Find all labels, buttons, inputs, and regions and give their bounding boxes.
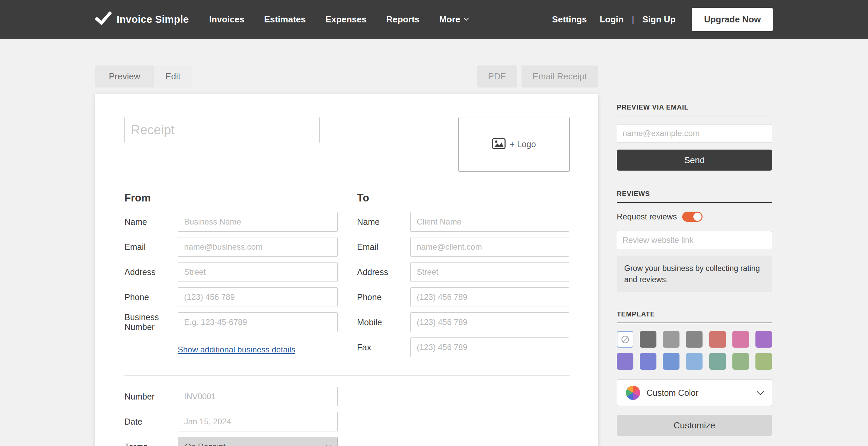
form-row: Email	[357, 237, 569, 257]
brand[interactable]: Invoice Simple	[95, 12, 189, 27]
nav-estimates[interactable]: Estimates	[264, 14, 306, 25]
terms-select[interactable]: On Receipt	[178, 437, 338, 446]
client-address-input[interactable]	[410, 262, 569, 282]
field-label: Address	[357, 267, 410, 277]
show-additional-details-link[interactable]: Show additional business details	[178, 345, 295, 354]
customize-button[interactable]: Customize	[617, 415, 772, 436]
form-row: Terms On Receipt	[124, 437, 570, 446]
editor-toolbar: Preview Edit PDF Email Receipt	[95, 65, 598, 88]
from-section: From Name Email Address Phone	[124, 192, 338, 363]
field-label: Phone	[357, 292, 410, 302]
preview-email-input[interactable]	[617, 124, 772, 142]
nav-more[interactable]: More	[439, 14, 468, 25]
client-phone-input[interactable]	[410, 287, 569, 307]
preview-via-email-heading: PREVIEW VIA EMAIL	[617, 103, 772, 116]
template-swatch[interactable]	[732, 353, 749, 370]
request-reviews-label: Request reviews	[617, 212, 677, 221]
template-swatch[interactable]	[732, 331, 749, 348]
nav-login[interactable]: Login	[600, 14, 624, 25]
field-label: Business Number	[124, 312, 178, 332]
field-label: Number	[124, 392, 178, 402]
field-label: Terms	[124, 442, 178, 446]
navbar: Invoice Simple Invoices Estimates Expens…	[0, 0, 868, 39]
reviews-heading: REVIEWS	[617, 190, 772, 203]
document-title-input[interactable]	[124, 117, 320, 143]
form-row: Phone	[357, 287, 569, 307]
image-icon	[492, 138, 506, 151]
business-address-input[interactable]	[178, 262, 338, 282]
template-swatch[interactable]	[640, 331, 656, 348]
template-swatch[interactable]	[663, 353, 679, 370]
brand-name: Invoice Simple	[117, 14, 189, 25]
request-reviews-toggle[interactable]	[682, 212, 703, 222]
reviews-section: REVIEWS Request reviews Grow your busine…	[617, 190, 772, 292]
toolbar-actions: PDF Email Receipt	[477, 65, 598, 88]
template-swatch-row-2	[617, 353, 772, 370]
nav-invoices[interactable]: Invoices	[209, 14, 244, 25]
template-swatch[interactable]	[686, 331, 703, 348]
client-mobile-input[interactable]	[410, 312, 569, 332]
add-logo-button[interactable]: + Logo	[458, 117, 570, 172]
nav-expenses[interactable]: Expenses	[326, 14, 367, 25]
form-row: Number	[124, 387, 570, 406]
nav-signup[interactable]: Sign Up	[642, 14, 675, 25]
client-name-input[interactable]	[410, 212, 569, 232]
template-swatch[interactable]	[686, 353, 703, 370]
from-heading: From	[124, 192, 338, 205]
pdf-button[interactable]: PDF	[477, 65, 517, 88]
business-number-input[interactable]	[178, 312, 338, 332]
field-label: Email	[124, 242, 178, 252]
brand-check-icon	[95, 12, 112, 27]
template-swatch[interactable]	[755, 331, 772, 348]
template-section: TEMPLATE	[617, 310, 772, 436]
add-logo-label: + Logo	[510, 139, 536, 149]
template-swatch[interactable]	[709, 353, 726, 370]
send-button[interactable]: Send	[617, 150, 772, 171]
reviews-info-box: Grow your business by collecting rating …	[617, 256, 772, 292]
client-fax-input[interactable]	[410, 337, 569, 357]
editor-column: Preview Edit PDF Email Receipt + Logo	[95, 65, 598, 446]
review-website-link-input[interactable]	[617, 231, 772, 249]
preview-edit-tabs: Preview Edit	[95, 65, 192, 88]
toggle-knob	[693, 213, 702, 221]
email-receipt-button[interactable]: Email Receipt	[521, 65, 598, 88]
right-sidebar: PREVIEW VIA EMAIL Send REVIEWS Request r…	[617, 65, 772, 436]
upgrade-now-button[interactable]: Upgrade Now	[692, 8, 773, 31]
tab-preview[interactable]: Preview	[95, 65, 154, 88]
field-label: Name	[357, 217, 410, 227]
custom-color-dropdown[interactable]: Custom Color	[617, 380, 772, 406]
business-name-input[interactable]	[178, 212, 338, 232]
form-row: Email	[124, 237, 338, 257]
to-section: To Name Email Address Phone	[357, 192, 569, 363]
to-heading: To	[357, 192, 569, 205]
form-row: Address	[357, 262, 569, 282]
template-heading: TEMPLATE	[617, 310, 772, 323]
invoice-date-input[interactable]	[178, 412, 338, 431]
chevron-down-icon	[326, 443, 332, 446]
template-swatch[interactable]	[640, 353, 656, 370]
invoice-number-input[interactable]	[178, 387, 338, 406]
business-phone-input[interactable]	[178, 287, 338, 307]
tab-edit[interactable]: Edit	[154, 65, 192, 88]
color-wheel-icon	[626, 386, 640, 400]
form-row: Address	[124, 262, 338, 282]
template-swatch[interactable]	[663, 331, 679, 348]
form-row: Name	[357, 212, 569, 232]
request-reviews-row: Request reviews	[617, 212, 772, 222]
chevron-down-icon	[757, 388, 764, 395]
field-label: Fax	[357, 343, 410, 352]
nav-reports[interactable]: Reports	[386, 14, 419, 25]
template-swatch[interactable]	[709, 331, 726, 348]
field-label: Address	[124, 267, 178, 277]
client-email-input[interactable]	[410, 237, 569, 257]
business-email-input[interactable]	[178, 237, 338, 257]
form-row: Phone	[124, 287, 338, 307]
section-divider	[124, 375, 570, 376]
nav-separator: |	[632, 14, 634, 25]
field-label: Mobile	[357, 317, 410, 327]
nav-settings[interactable]: Settings	[552, 14, 587, 25]
template-swatch-none[interactable]	[617, 331, 633, 348]
template-swatch[interactable]	[755, 353, 772, 370]
form-row: Fax	[357, 337, 569, 357]
template-swatch[interactable]	[617, 353, 633, 370]
